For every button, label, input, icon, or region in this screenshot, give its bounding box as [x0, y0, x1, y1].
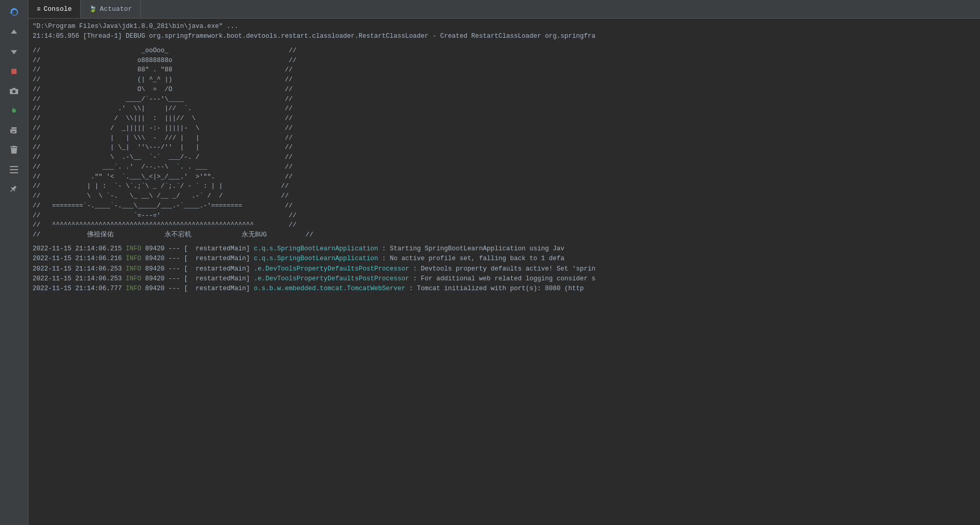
log-pid: 89420 --- [145, 284, 184, 294]
log-class: o.s.b.w.embedded.tomcat.TomcatWebServer [254, 284, 406, 294]
console-output[interactable]: "D:\Program Files\Java\jdk1.8.0_281\bin\… [28, 19, 980, 525]
ascii-art-line: // | \_| ''\---/'' | | // [33, 143, 976, 153]
log-message: : For additional web related logging con… [409, 274, 596, 284]
log-level: INFO [126, 244, 145, 254]
log-level: INFO [126, 254, 145, 264]
tab-bar: ≡ Console 🍃 Actuator [28, 0, 980, 19]
rerun-icon[interactable] [6, 102, 22, 119]
svg-rect-3 [10, 169, 18, 170]
java-path-line: "D:\Program Files\Java\jdk1.8.0_281\bin\… [33, 22, 976, 32]
ascii-art-line: // / _||||| -:- |||||- \ // [33, 124, 976, 133]
ascii-art-line: // 佛祖保佑 永不宕机 永无BUG // [33, 230, 976, 240]
log-level: INFO [126, 284, 145, 294]
log-class: c.q.s.SpringBootLearnApplication [254, 254, 378, 264]
camera-icon[interactable] [6, 83, 22, 99]
scroll-down-icon[interactable] [6, 43, 22, 60]
print-icon[interactable] [6, 122, 22, 139]
log-message: : Devtools property defaults active! Set… [409, 264, 596, 274]
ascii-art-line: // .' \\| |// `. // [33, 104, 976, 114]
ascii-art-line: // ^^^^^^^^^^^^^^^^^^^^^^^^^^^^^^^^^^^^^… [33, 220, 976, 230]
ascii-art-line: // O\ = /O // [33, 85, 976, 95]
log-message: : Starting SpringBootLearnApplication us… [378, 244, 565, 254]
layout-icon[interactable] [6, 161, 22, 178]
svg-rect-4 [10, 172, 18, 173]
log-entries: 2022-11-15 21:14:06.215 INFO 89420 --- [… [33, 244, 976, 294]
ascii-art-line: // (| ^_^ |) // [33, 75, 976, 85]
debug-line: 21:14:05.956 [Thread-1] DEBUG org.spring… [33, 32, 976, 41]
log-thread: [ restartedMain] [184, 254, 254, 264]
ascii-art-line: // / \\||| : |||// \ // [33, 114, 976, 124]
ascii-art-line: // \ .-\__ `-` ___/-. / // [33, 153, 976, 162]
log-level: INFO [126, 274, 145, 284]
ascii-art-line: // ."" '< `.___\_<|>_/___.' >'"". // [33, 172, 976, 182]
log-pid: 89420 --- [145, 274, 184, 284]
actuator-tab-label: Actuator [100, 5, 132, 13]
svg-rect-0 [11, 69, 17, 74]
log-entry: 2022-11-15 21:14:06.215 INFO 89420 --- [… [33, 244, 976, 254]
scroll-up-icon[interactable] [6, 24, 22, 40]
ascii-art-line: // \ \ `-. \_ __\ /__ _/ .-` / / // [33, 191, 976, 201]
log-timestamp: 2022-11-15 21:14:06.253 [33, 274, 126, 284]
console-tab-label: Console [43, 5, 72, 13]
tab-actuator[interactable]: 🍃 Actuator [81, 0, 141, 18]
ascii-art-line: // ____/`---'\____ // [33, 95, 976, 104]
ascii-art-line: // ========`-.____`-.___\_____/___.-`___… [33, 201, 976, 211]
log-class: .e.DevToolsPropertyDefaultsPostProcessor [254, 264, 409, 274]
log-level: INFO [126, 264, 145, 274]
ascii-art-line: // `=---=' // [33, 211, 976, 221]
log-timestamp: 2022-11-15 21:14:06.777 [33, 284, 126, 294]
trash-icon[interactable] [6, 142, 22, 158]
log-timestamp: 2022-11-15 21:14:06.216 [33, 254, 126, 264]
log-timestamp: 2022-11-15 21:14:06.253 [33, 264, 126, 274]
stop-icon[interactable] [6, 63, 22, 80]
log-class: c.q.s.SpringBootLearnApplication [254, 244, 378, 254]
ascii-art-line: // _ooOoo_ // [33, 46, 976, 56]
ascii-art-line: // | | : `- \`.;`\ _ /`;.`/ - ` : | | // [33, 182, 976, 191]
log-timestamp: 2022-11-15 21:14:06.215 [33, 244, 126, 254]
log-entry: 2022-11-15 21:14:06.253 INFO 89420 --- [… [33, 274, 976, 284]
log-class: .e.DevToolsPropertyDefaultsPostProcessor [254, 274, 409, 284]
actuator-tab-icon: 🍃 [89, 5, 97, 13]
log-entry: 2022-11-15 21:14:06.253 INFO 89420 --- [… [33, 264, 976, 274]
ascii-art-line: // 88" . "88 // [33, 65, 976, 75]
svg-rect-2 [10, 166, 18, 167]
console-tab-icon: ≡ [37, 6, 40, 13]
log-message: : Tomcat initialized with port(s): 8080 … [405, 284, 584, 294]
log-pid: 89420 --- [145, 264, 184, 274]
log-message: : No active profile set, falling back to… [378, 254, 565, 264]
ascii-art-line: // o8888888o // [33, 56, 976, 66]
ascii-art-line: // ___`. .' /--.--\ `. . ___ // [33, 162, 976, 172]
log-thread: [ restartedMain] [184, 244, 254, 254]
ascii-art: // _ooOoo_ //// o8888888o //// 88" . "88 [33, 46, 976, 240]
tab-console[interactable]: ≡ Console [28, 0, 81, 18]
log-pid: 89420 --- [145, 254, 184, 264]
pin-icon[interactable] [6, 181, 22, 198]
log-entry: 2022-11-15 21:14:06.777 INFO 89420 --- [… [33, 284, 976, 294]
refresh-icon[interactable] [6, 4, 22, 21]
left-toolbar [0, 0, 28, 525]
log-thread: [ restartedMain] [184, 264, 254, 274]
main-content: ≡ Console 🍃 Actuator "D:\Program Files\J… [28, 0, 980, 525]
log-pid: 89420 --- [145, 244, 184, 254]
log-thread: [ restartedMain] [184, 284, 254, 294]
ascii-art-line: // | | \\\ - /// | | // [33, 133, 976, 143]
log-entry: 2022-11-15 21:14:06.216 INFO 89420 --- [… [33, 254, 976, 264]
log-thread: [ restartedMain] [184, 274, 254, 284]
